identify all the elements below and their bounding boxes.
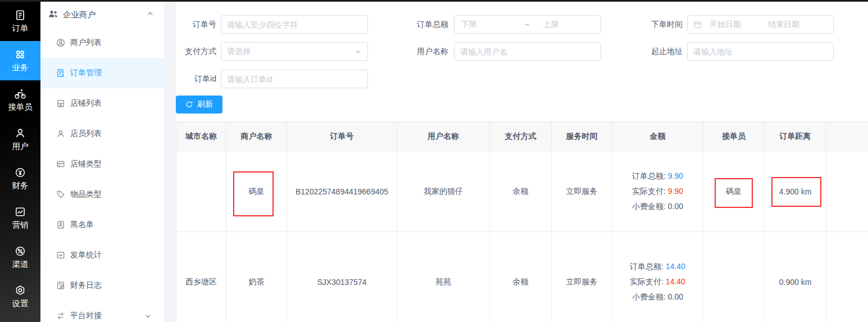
sidebar-item-label: 用户 (12, 141, 29, 152)
submenu-item-shop-list[interactable]: 店铺列表 (40, 88, 164, 119)
sidebar-item-settings[interactable]: 设置 (0, 277, 40, 316)
cell-courier: 碼皇 (703, 151, 765, 232)
order-time-range-input[interactable]: 开始日期 结束日期 (687, 15, 834, 34)
cell-user: 我家的猫仔 (397, 151, 490, 232)
merchants-people-icon (48, 10, 58, 20)
submenu-item-dispatch-stats[interactable]: 发单统计 (40, 240, 164, 270)
refresh-button[interactable]: 刷新 (176, 96, 222, 114)
submenu-item-finance-log[interactable]: 财务日志 (40, 270, 164, 301)
user-name-input[interactable] (454, 42, 601, 61)
col-service-time: 服务时间 (552, 122, 612, 151)
submenu-item-label: 物品类型 (70, 189, 102, 199)
cell-address: 起点: 广西 市西乡塘区 达广场) 终点: 广西 市屯里商业 塘区)1 (826, 232, 868, 322)
order-total-value: 9.90 (668, 171, 683, 180)
submenu-item-blacklist[interactable]: 黑名单 (40, 210, 164, 240)
submenu-header-label: 企业商户 (63, 10, 96, 20)
pay-method-label: 支付方式 (176, 42, 216, 61)
sidebar-item-channels[interactable]: 渠道 (0, 238, 40, 277)
cell-service-time: 立即服务 (552, 151, 612, 232)
orders-table: 城市名称 商户名称 订单号 用户名称 支付方式 服务时间 金额 接单员 订单距离… (176, 121, 868, 322)
col-address (826, 122, 868, 151)
submenu-item-merchant-list[interactable]: 商户列表 (40, 28, 164, 58)
tip-value: 0.00 (668, 202, 683, 211)
cell-merchant: 奶茶 (226, 232, 287, 322)
primary-sidebar: 订单 业务 接单员 用户 财务 (0, 2, 40, 322)
submenu-item-label: 平台对接 (70, 311, 102, 321)
sidebar-item-label: 营销 (12, 220, 29, 230)
sidebar-item-business[interactable]: 业务 (0, 41, 40, 80)
cell-pay-method: 余额 (490, 151, 552, 232)
chevron-down-icon (355, 48, 362, 55)
submenu-item-clerk-list[interactable]: 店员列表 (40, 119, 164, 149)
sidebar-item-orders[interactable]: 订单 (0, 2, 40, 41)
shop-list-icon (56, 99, 65, 108)
order-total-label: 订单总额 (388, 15, 448, 34)
order-no-input[interactable] (221, 15, 368, 34)
address-input[interactable] (687, 42, 834, 61)
table-row: 碼皇 B12022574894419669405 我家的猫仔 余额 立即服务 订… (176, 151, 868, 232)
order-id-label: 订单id (176, 70, 216, 88)
user-icon (15, 128, 26, 139)
cell-distance: 4.900 km (765, 151, 826, 232)
sidebar-item-users[interactable]: 用户 (0, 120, 40, 159)
col-user: 用户名称 (397, 122, 490, 151)
cell-distance: 0.900 km (765, 232, 826, 322)
item-tag-icon (56, 190, 65, 199)
address-label: 起止地址 (622, 42, 683, 61)
finance-coin-icon (15, 167, 26, 178)
submenu-item-platform-connect[interactable]: 平台对接 (40, 301, 164, 322)
main-content: 订单号 订单总额 下限 ~ 上限 下单时间 开始日期 结束日期 支付方式 请选择… (176, 2, 868, 322)
dispatch-stats-icon (56, 251, 65, 260)
user-name-label: 用户名称 (388, 42, 448, 61)
submenu-item-label: 店铺类型 (70, 159, 102, 169)
cell-pay-method: 余额 (490, 232, 552, 322)
col-city: 城市名称 (176, 122, 226, 151)
order-id-input[interactable] (221, 70, 368, 88)
actual-paid-value: 14.40 (666, 277, 685, 286)
order-doc-icon (15, 10, 26, 21)
shop-type-icon (56, 160, 65, 169)
sidebar-item-finance[interactable]: 财务 (0, 159, 40, 198)
col-distance: 订单距离 (765, 122, 826, 151)
cell-merchant: 碼皇 (226, 151, 287, 232)
sidebar-item-label: 业务 (12, 62, 29, 73)
order-no-label: 订单号 (176, 15, 216, 34)
total-min-placeholder: 下限 (461, 20, 511, 30)
order-total-value: 14.40 (666, 262, 685, 271)
submenu-item-shop-type[interactable]: 店铺类型 (40, 149, 164, 179)
submenu-item-item-type[interactable]: 物品类型 (40, 179, 164, 210)
marketing-chart-icon (15, 206, 26, 217)
order-management-page: 订单 业务 接单员 用户 财务 (0, 0, 868, 322)
cell-courier (703, 232, 765, 322)
range-separator: ~ (511, 20, 543, 29)
end-date-placeholder: 结束日期 (768, 20, 826, 30)
cell-city: 西乡塘区 (176, 232, 226, 322)
col-courier: 接单员 (703, 122, 765, 151)
order-total-range-input[interactable]: 下限 ~ 上限 (454, 15, 601, 34)
submenu-item-order-management[interactable]: 订单管理 (40, 58, 164, 88)
cell-service-time: 立即服务 (552, 232, 612, 322)
channel-icon (15, 246, 26, 257)
courier-bike-icon (14, 88, 26, 99)
blacklist-badge-icon (56, 220, 65, 229)
submenu-item-label: 店铺列表 (70, 98, 102, 108)
order-manage-icon (56, 69, 65, 78)
sidebar-item-couriers[interactable]: 接单员 (0, 80, 40, 120)
submenu-item-label: 店员列表 (70, 129, 102, 139)
clerk-list-icon (56, 129, 65, 138)
start-date-placeholder: 开始日期 (710, 20, 768, 30)
merchant-list-icon (56, 38, 65, 47)
cell-amount: 订单总额: 14.40 实际支付: 14.40 小费金额: 0.00 (612, 232, 703, 322)
cell-city (176, 151, 226, 232)
submenu-item-label: 订单管理 (70, 68, 102, 78)
sidebar-item-label: 订单 (12, 23, 29, 34)
sidebar-item-marketing[interactable]: 营销 (0, 198, 40, 238)
tip-value: 0.00 (668, 292, 683, 301)
finance-log-icon (56, 281, 65, 290)
total-max-placeholder: 上限 (543, 20, 593, 30)
submenu-header-merchants[interactable]: 企业商户 (40, 2, 164, 28)
col-amount: 金额 (612, 122, 703, 151)
sidebar-item-label: 渠道 (12, 259, 29, 270)
pay-method-select[interactable]: 请选择 (221, 42, 368, 61)
cell-user: 苑苑 (397, 232, 490, 322)
